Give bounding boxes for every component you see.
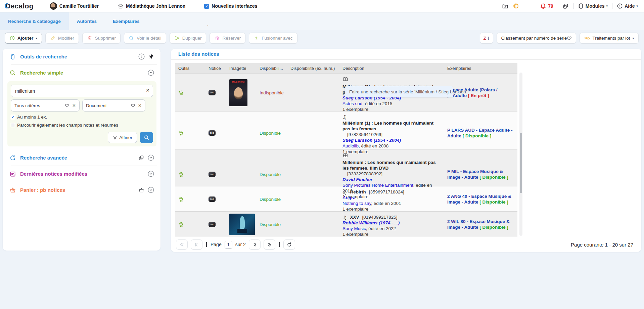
first-page-button[interactable] xyxy=(191,239,202,250)
add-to-cart-icon[interactable] xyxy=(178,90,184,96)
notifications-button[interactable]: 79 xyxy=(540,3,553,9)
recherche-simple-title: Recherche simple xyxy=(20,70,63,76)
history-icon xyxy=(9,154,16,161)
record-publisher-link[interactable]: Sony Music xyxy=(342,226,366,231)
ajouter-button[interactable]: Ajouter▾ xyxy=(5,33,42,44)
next-page-button[interactable] xyxy=(249,239,261,250)
vertical-scrollbar[interactable] xyxy=(519,73,522,236)
series-search-tooltip: Faire une recherche sur la série 'Millén… xyxy=(345,86,453,97)
availability-status: Disponible xyxy=(260,172,281,177)
plus-circle-icon xyxy=(9,35,15,41)
recherche-simple-header[interactable]: Recherche simple xyxy=(3,65,160,81)
chevron-down-circle-icon[interactable] xyxy=(147,154,154,161)
new-interfaces-toggle[interactable]: ✓ Nouvelles interfaces xyxy=(204,3,257,9)
scrollbar-thumb[interactable] xyxy=(520,133,522,193)
doc-notice-icon[interactable]: DOC xyxy=(209,196,216,202)
add-to-cart-icon[interactable] xyxy=(178,172,184,177)
voir-le-d-tail-button[interactable]: Voir le détail xyxy=(124,33,166,44)
modules-menu[interactable]: Modules▾ xyxy=(578,3,608,9)
divider xyxy=(612,3,612,9)
dernieres-notices-header[interactable]: Dernières notices modifiées xyxy=(3,166,160,182)
collapse-panel-icon[interactable] xyxy=(138,53,145,60)
record-cover[interactable] xyxy=(229,214,255,235)
page-number-input[interactable] xyxy=(225,241,232,249)
classement-dropdown[interactable]: Classement par numéro de série xyxy=(497,33,576,44)
button-label: Supprimer xyxy=(95,36,116,41)
heart-icon[interactable] xyxy=(567,36,572,41)
doc-notice-icon[interactable]: DOC xyxy=(209,90,216,95)
tab-exemplaires[interactable]: Exemplaires xyxy=(105,12,148,30)
record-cover[interactable]: MILLÉNIUM xyxy=(229,79,247,106)
availability-status: Disponible xyxy=(260,131,281,136)
doc-notice-icon[interactable]: DOC xyxy=(209,172,216,177)
library-selector[interactable]: Médiathèque John Lennon xyxy=(118,3,185,9)
supprimer-button[interactable]: Supprimer xyxy=(82,33,121,44)
tab-recherche-catalogage[interactable]: Recherche & catalogage xyxy=(0,12,69,30)
record-publisher-link[interactable]: Nothing to say xyxy=(342,201,371,206)
fusionner-avec-button[interactable]: Fusionner avec xyxy=(249,33,297,44)
criteres-select[interactable]: Tous critères ✕ xyxy=(11,99,80,112)
record-author-link[interactable]: Angra xyxy=(342,195,442,201)
traitements-par-lot-button[interactable]: Traitements par lot▾ xyxy=(580,33,639,44)
sort-az-icon: Z xyxy=(483,36,486,41)
library-name: Médiathèque John Lennon xyxy=(126,3,185,9)
availability-status: Disponible xyxy=(260,197,281,202)
pin-icon[interactable] xyxy=(148,53,154,60)
user-name: Camille Tourtillier xyxy=(59,3,99,9)
clear-criteres-icon[interactable]: ✕ xyxy=(72,103,76,108)
panier-header[interactable]: Panier : pb notices xyxy=(3,182,160,198)
search-input[interactable] xyxy=(11,85,153,97)
record-author-link[interactable]: David Fincher xyxy=(342,177,442,182)
user-menu[interactable]: Camille Tourtillier xyxy=(50,2,99,10)
table-header: OutilsNoticeImagetteDisponibili...Dispon… xyxy=(175,63,517,73)
record-title: Millenium : Les hommes qui n'aimaient pa… xyxy=(342,160,442,171)
broadcast-icon[interactable] xyxy=(513,3,519,9)
search-submit-button[interactable] xyxy=(140,132,153,143)
copy-icon[interactable] xyxy=(138,155,144,161)
affiner-button[interactable]: Affiner xyxy=(108,132,137,143)
dupliquer-button[interactable]: Dupliquer xyxy=(170,33,206,44)
modifier-button[interactable]: Modifier xyxy=(45,33,79,44)
basket-small-icon[interactable] xyxy=(138,187,144,193)
add-to-cart-icon[interactable] xyxy=(178,130,184,136)
record-publisher-link[interactable]: Audiolib xyxy=(342,143,359,148)
availability-num xyxy=(287,212,339,237)
parcourir-notes-checkbox[interactable]: Parcourir également les champs notes et … xyxy=(11,123,153,128)
clear-search-icon[interactable]: ✕ xyxy=(146,88,150,93)
heart-icon[interactable] xyxy=(65,103,70,108)
checkbox-label: Parcourir également les champs notes et … xyxy=(17,123,118,128)
heart-icon[interactable] xyxy=(131,103,135,108)
recherche-avancee-header[interactable]: Recherche avancée xyxy=(3,150,160,166)
button-label: Voir le détail xyxy=(137,36,162,41)
r-server-button[interactable]: Réserver xyxy=(210,33,245,44)
add-to-cart-icon[interactable] xyxy=(178,196,184,202)
chevron-down-circle-icon[interactable] xyxy=(147,186,154,193)
doc-notice-icon[interactable]: DOC xyxy=(209,130,216,136)
add-to-cart-icon[interactable] xyxy=(178,222,184,227)
button-label: Réserver xyxy=(222,36,241,41)
tab-autorit-s[interactable]: Autorités xyxy=(69,12,105,30)
folder-media-icon[interactable] xyxy=(502,3,508,9)
availability-num xyxy=(287,186,339,212)
checkbox-label: Au moins 1 ex. xyxy=(17,115,47,120)
record-publisher-link[interactable]: Actes sud xyxy=(342,101,362,106)
chevron-up-circle-icon[interactable] xyxy=(147,69,154,76)
copy-link-icon[interactable] xyxy=(562,3,569,9)
sort-button[interactable]: Z↓ xyxy=(480,33,493,44)
record-author-link[interactable]: Robbie Williams (1974 - ...) xyxy=(342,220,442,226)
record-title: Millénium (1) : Les hommes qui n'aimaien… xyxy=(342,120,442,132)
app-logo[interactable]: Decalog xyxy=(5,2,34,10)
record-edition: , édité en 2022 xyxy=(366,226,396,231)
search-tools-panel: Outils de recherche Recherche simple ✕ xyxy=(3,49,160,251)
chevron-down-circle-icon[interactable] xyxy=(147,170,154,177)
record-author-link[interactable]: Stieg Larsson (1954 - 2004) xyxy=(342,137,442,143)
column-header: Notice xyxy=(205,66,226,71)
last-page-button[interactable] xyxy=(264,239,275,250)
aide-menu[interactable]: Aide▾ xyxy=(617,3,638,9)
refresh-button[interactable] xyxy=(283,239,295,250)
doc-notice-icon[interactable]: DOC xyxy=(209,222,216,227)
rewind-page-button[interactable] xyxy=(176,239,188,250)
au-moins-1-ex-checkbox[interactable]: ✔ Au moins 1 ex. xyxy=(11,115,153,120)
clear-document-icon[interactable]: ✕ xyxy=(138,103,142,108)
document-select[interactable]: Document ✕ xyxy=(82,99,145,112)
